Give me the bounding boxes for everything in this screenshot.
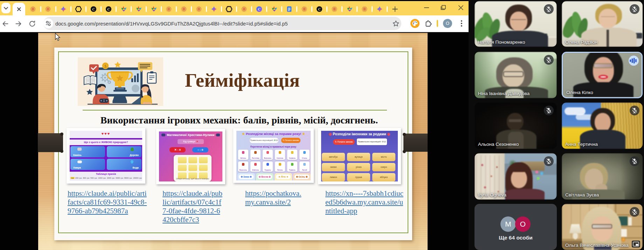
svg-text:$: $: [104, 64, 106, 68]
